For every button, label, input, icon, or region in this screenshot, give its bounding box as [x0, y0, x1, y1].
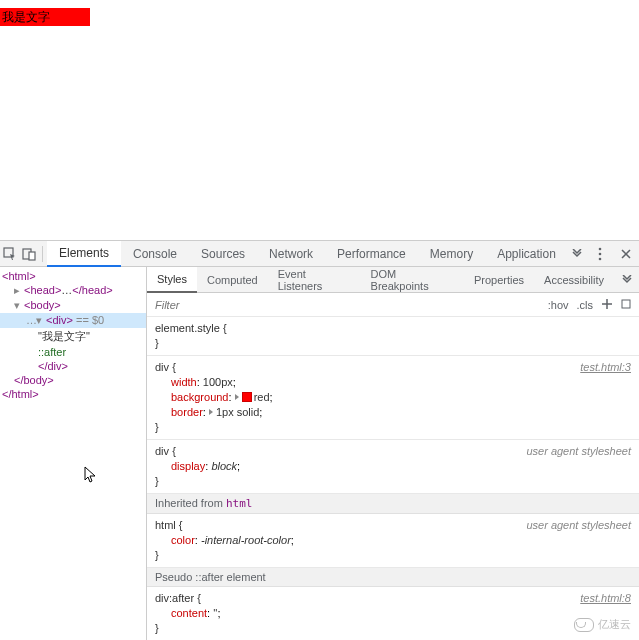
- rule-html-ua[interactable]: user agent stylesheet html { color: -int…: [147, 514, 639, 568]
- tab-performance[interactable]: Performance: [325, 241, 418, 267]
- color-swatch[interactable]: [242, 392, 252, 402]
- tab-application[interactable]: Application: [485, 241, 568, 267]
- more-subtabs-icon[interactable]: [614, 267, 639, 293]
- dom-node-body[interactable]: ▾<body>: [0, 298, 146, 313]
- svg-point-3: [599, 247, 602, 250]
- dom-pseudo-after[interactable]: ::after: [0, 345, 146, 359]
- pseudo-header: Pseudo ::after element: [147, 568, 639, 587]
- filter-bar: :hov .cls: [147, 293, 639, 317]
- rule-element-style[interactable]: element.style { }: [147, 317, 639, 356]
- devtools-panel: Elements Console Sources Network Perform…: [0, 240, 639, 640]
- source-ua: user agent stylesheet: [526, 444, 631, 459]
- expand-icon[interactable]: [209, 409, 213, 415]
- rule-div-after[interactable]: test.html:8 div:after { content: ''; }: [147, 587, 639, 640]
- subtab-properties[interactable]: Properties: [464, 267, 534, 293]
- subtab-styles[interactable]: Styles: [147, 267, 197, 293]
- settings-icon[interactable]: [587, 241, 613, 267]
- hov-toggle[interactable]: :hov: [548, 299, 569, 311]
- device-toggle-icon[interactable]: [19, 241, 38, 267]
- page-viewport: 我是文字: [0, 0, 639, 240]
- dom-node-body-close[interactable]: </body>: [0, 373, 146, 387]
- rule-div-ua[interactable]: user agent stylesheet div { display: blo…: [147, 440, 639, 494]
- svg-point-4: [599, 252, 602, 255]
- dom-node-div-close[interactable]: </div>: [0, 359, 146, 373]
- subtab-dom-breakpoints[interactable]: DOM Breakpoints: [361, 267, 464, 293]
- dom-node-head[interactable]: ▸<head>…</head>: [0, 283, 146, 298]
- dom-tree[interactable]: <html> ▸<head>…</head> ▾<body> …▾<div> =…: [0, 267, 147, 640]
- svg-rect-6: [622, 300, 630, 308]
- styles-body[interactable]: element.style { } test.html:3 div { widt…: [147, 317, 639, 640]
- svg-rect-2: [29, 252, 35, 260]
- subtab-accessibility[interactable]: Accessibility: [534, 267, 614, 293]
- subtab-event-listeners[interactable]: Event Listeners: [268, 267, 361, 293]
- new-rule-icon[interactable]: [601, 298, 613, 312]
- source-link[interactable]: test.html:3: [580, 360, 631, 375]
- main-tab-bar: Elements Console Sources Network Perform…: [0, 241, 639, 267]
- styles-panel: Styles Computed Event Listeners DOM Brea…: [147, 267, 639, 640]
- tab-console[interactable]: Console: [121, 241, 189, 267]
- dom-node-html-close[interactable]: </html>: [0, 387, 146, 401]
- filter-input[interactable]: [155, 299, 540, 311]
- expand-icon[interactable]: [621, 299, 631, 311]
- tab-sources[interactable]: Sources: [189, 241, 257, 267]
- svg-point-5: [599, 257, 602, 260]
- source-link[interactable]: test.html:8: [580, 591, 631, 606]
- subtab-computed[interactable]: Computed: [197, 267, 268, 293]
- inspect-icon[interactable]: [0, 241, 19, 267]
- source-ua: user agent stylesheet: [526, 518, 631, 533]
- tab-memory[interactable]: Memory: [418, 241, 485, 267]
- tab-elements[interactable]: Elements: [47, 241, 121, 267]
- rule-div[interactable]: test.html:3 div { width: 100px; backgrou…: [147, 356, 639, 440]
- rendered-div[interactable]: 我是文字: [0, 8, 90, 26]
- close-icon[interactable]: [613, 241, 639, 267]
- dom-text-node[interactable]: "我是文字": [0, 328, 146, 345]
- dom-node-html[interactable]: <html>: [0, 269, 146, 283]
- more-tabs-icon[interactable]: [568, 241, 587, 267]
- tab-network[interactable]: Network: [257, 241, 325, 267]
- separator: [42, 246, 43, 262]
- dom-node-div-selected[interactable]: …▾<div> == $0: [0, 313, 146, 328]
- cls-toggle[interactable]: .cls: [577, 299, 594, 311]
- sub-tab-bar: Styles Computed Event Listeners DOM Brea…: [147, 267, 639, 293]
- inherited-header: Inherited from html: [147, 494, 639, 514]
- expand-icon[interactable]: [235, 394, 239, 400]
